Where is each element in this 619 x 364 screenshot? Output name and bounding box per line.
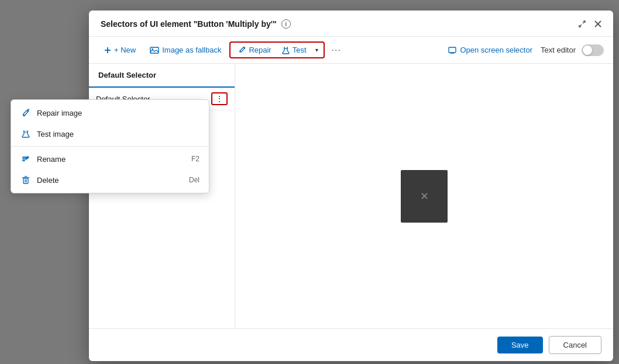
svg-point-12 <box>23 115 25 116</box>
open-screen-label: Open screen selector <box>460 46 532 54</box>
menu-test-label: Test image <box>37 130 194 138</box>
new-button[interactable]: + New <box>98 43 142 57</box>
menu-item-test[interactable]: Test image <box>11 123 209 144</box>
menu-delete-shortcut: Del <box>189 176 200 184</box>
context-menu: Repair image Test image Rename F2 <box>11 99 209 193</box>
left-panel-header: Default Selector <box>89 64 235 88</box>
menu-repair-label: Repair image <box>37 109 194 117</box>
open-screen-button[interactable]: Open screen selector <box>442 43 538 57</box>
image-fallback-icon <box>150 47 159 54</box>
svg-point-7 <box>152 48 153 49</box>
menu-delete-label: Delete <box>37 176 183 185</box>
menu-item-repair[interactable]: Repair image <box>11 102 209 123</box>
test-label: Test <box>293 46 307 54</box>
wrench-icon <box>20 108 31 118</box>
dialog-title: Selectors of UI element "Button 'Multipl… <box>101 19 291 29</box>
new-label: + New <box>114 46 136 54</box>
expand-icon <box>578 20 586 28</box>
dialog-header: Selectors of UI element "Button 'Multipl… <box>89 11 613 37</box>
image-fallback-label: Image as fallback <box>162 46 221 54</box>
repair-test-group: Repair Test ▾ <box>229 41 324 58</box>
save-button[interactable]: Save <box>497 337 543 353</box>
dialog-title-text: Selectors of UI element "Button 'Multipl… <box>101 19 277 29</box>
rename-icon <box>20 154 31 164</box>
expand-button[interactable] <box>576 18 589 30</box>
test-button[interactable]: Test <box>277 44 311 56</box>
svg-rect-9 <box>449 47 456 53</box>
text-editor-label: Text editor <box>541 46 576 54</box>
menu-rename-label: Rename <box>37 155 185 164</box>
menu-item-delete[interactable]: Delete Del <box>11 169 209 190</box>
menu-item-rename[interactable]: Rename F2 <box>11 148 209 169</box>
close-button[interactable] <box>592 18 604 30</box>
item-more-button[interactable]: ⋮ <box>211 92 228 105</box>
screen-selector-icon <box>448 47 456 54</box>
flask-icon <box>20 129 31 139</box>
svg-rect-17 <box>23 178 28 183</box>
menu-separator <box>11 146 209 147</box>
broken-image-icon: ✕ <box>420 190 429 203</box>
image-fallback-button[interactable]: Image as fallback <box>144 43 227 57</box>
broken-image-placeholder: ✕ <box>401 170 448 223</box>
svg-rect-6 <box>150 47 159 53</box>
test-icon <box>282 46 290 54</box>
repair-button[interactable]: Repair <box>233 44 276 56</box>
repair-label: Repair <box>249 46 271 54</box>
svg-rect-15 <box>22 158 26 160</box>
more-options-button[interactable]: ··· <box>327 42 346 58</box>
dialog-footer: Save Cancel <box>89 328 613 361</box>
dialog-window-controls <box>576 18 604 30</box>
svg-rect-16 <box>22 160 25 161</box>
close-icon <box>594 20 601 27</box>
menu-rename-shortcut: F2 <box>191 155 200 163</box>
text-editor-toggle[interactable] <box>582 44 604 56</box>
plus-icon <box>104 47 111 54</box>
repair-icon <box>238 46 246 54</box>
right-panel: ✕ <box>235 64 613 328</box>
delete-icon <box>20 175 31 185</box>
toolbar: + New Image as fallback Repair <box>89 37 613 64</box>
info-icon[interactable]: i <box>281 19 291 29</box>
repair-test-chevron[interactable]: ▾ <box>312 45 321 55</box>
cancel-button[interactable]: Cancel <box>549 336 601 354</box>
